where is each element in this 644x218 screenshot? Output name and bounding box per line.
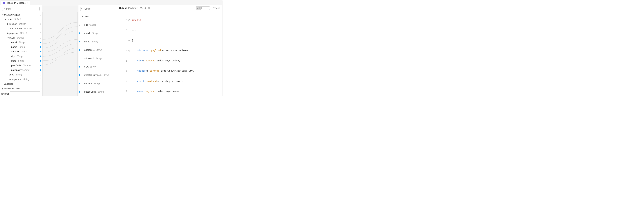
- context-box[interactable]: [10, 91, 40, 95]
- output-search-field[interactable]: [80, 7, 115, 11]
- context-bar: Context: [0, 91, 42, 96]
- svg-line-1: [4, 9, 5, 10]
- tab-title: Transform Message: [6, 2, 26, 4]
- svg-point-4: [82, 8, 83, 10]
- delete-icon[interactable]: [148, 7, 150, 10]
- search-icon: [81, 8, 84, 10]
- view-toggle[interactable]: [196, 7, 210, 10]
- close-icon[interactable]: ×: [27, 2, 28, 5]
- mapping-canvas[interactable]: [42, 5, 78, 96]
- connector-dot[interactable]: [40, 14, 42, 16]
- view-split-icon[interactable]: [201, 7, 205, 10]
- tab-transform-message[interactable]: ✓ Transform Message ×: [1, 1, 30, 5]
- svg-rect-13: [149, 7, 150, 7]
- input-search-field[interactable]: [2, 7, 40, 11]
- svg-line-5: [83, 9, 83, 10]
- transform-icon: ✓: [2, 2, 5, 4]
- svg-rect-20: [203, 7, 204, 9]
- svg-rect-21: [206, 7, 209, 9]
- context-label: Context: [1, 93, 9, 95]
- svg-rect-11: [148, 8, 150, 9]
- view-tree-code-icon[interactable]: [196, 7, 201, 10]
- caret-right-icon[interactable]: ▶: [2, 88, 4, 90]
- search-icon: [3, 8, 5, 10]
- output-search[interactable]: [80, 7, 115, 11]
- input-search[interactable]: [2, 7, 40, 11]
- edit-icon[interactable]: [144, 7, 146, 10]
- add-target-icon[interactable]: [140, 7, 143, 10]
- tab-bar: ✓ Transform Message ×: [0, 0, 222, 5]
- caret-down-icon[interactable]: ▼: [4, 18, 6, 20]
- view-full-icon[interactable]: [205, 7, 210, 10]
- output-target-dropdown[interactable]: Payload▼: [128, 7, 139, 10]
- fold-icon[interactable]: -: [128, 50, 130, 51]
- output-label: Output: [119, 7, 127, 10]
- code-editor[interactable]: 1- 2 3- 4- 5 6 7 8 9 10 11 %dw 2.0 --- {…: [117, 11, 222, 96]
- fold-icon[interactable]: -: [128, 19, 130, 21]
- caret-down-icon[interactable]: ▼: [2, 14, 4, 16]
- svg-rect-19: [202, 7, 203, 9]
- svg-rect-12: [148, 7, 150, 8]
- fold-icon[interactable]: -: [128, 40, 130, 41]
- preview-button[interactable]: Preview: [212, 7, 220, 10]
- caret-down-icon[interactable]: ▼: [81, 16, 83, 18]
- svg-point-0: [3, 8, 5, 10]
- caret-down-icon[interactable]: ▼: [7, 37, 9, 39]
- caret-right-icon[interactable]: ▶: [7, 32, 9, 34]
- caret-right-icon[interactable]: ▶: [7, 23, 9, 25]
- svg-rect-15: [198, 7, 200, 9]
